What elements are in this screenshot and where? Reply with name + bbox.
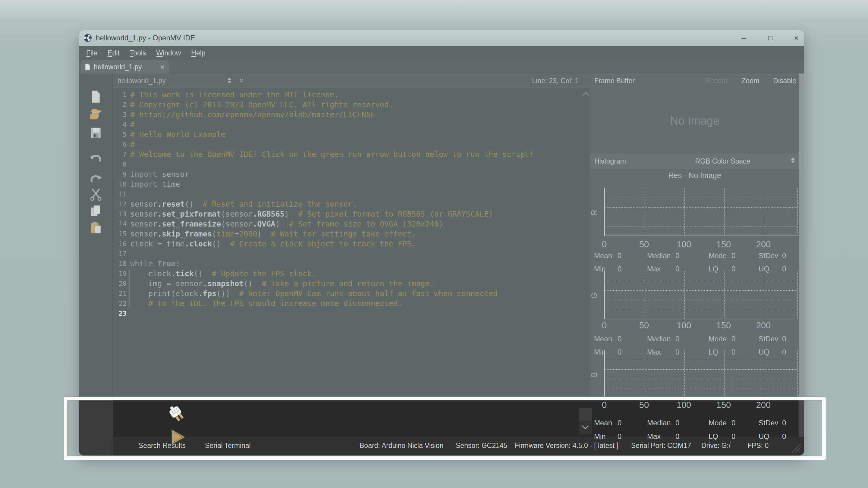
- open-file-selector[interactable]: helloworld_1.py: [118, 77, 166, 85]
- line-number: 18: [113, 259, 130, 269]
- gridline: [764, 271, 764, 319]
- code-line-12[interactable]: 12sensor.reset() # Reset and initialize …: [113, 199, 577, 209]
- line-number: 3: [113, 110, 130, 120]
- code-line-14[interactable]: 14sensor.set_framesize(sensor.QVGA) # Se…: [113, 219, 577, 229]
- code-token: # Set pixel format to RGB565 (or GRAYSCA…: [289, 209, 493, 219]
- code-line-2[interactable]: 2# Copyright (c) 2013-2023 OpenMV LLC. A…: [113, 100, 577, 110]
- stat-label-mode: Mode: [709, 335, 727, 343]
- connect-icon[interactable]: [166, 403, 187, 424]
- line-number: 10: [113, 179, 130, 189]
- code-token: sensor: [130, 229, 157, 239]
- code-line-5[interactable]: 5# Hello World Example: [113, 130, 577, 139]
- axis-tick: 100: [673, 239, 694, 250]
- code-line-6[interactable]: 6#: [113, 139, 577, 150]
- code-line-1[interactable]: 1# This work is licensed under the MIT l…: [113, 90, 577, 100]
- line-number: 4: [113, 120, 130, 130]
- channel-label-r: R: [590, 208, 598, 217]
- new-file-icon[interactable]: [89, 90, 103, 104]
- code-token: .reset: [157, 199, 184, 209]
- line-number: 23: [113, 308, 130, 318]
- minimize-button[interactable]: –: [735, 30, 753, 46]
- code-line-4[interactable]: 4#: [113, 120, 577, 130]
- stat-value-stdev: 0: [782, 252, 786, 260]
- axis-tick: 200: [753, 321, 774, 330]
- menu-item-tools[interactable]: Tools: [126, 48, 150, 59]
- code-token: (): [212, 239, 221, 249]
- gridline: [605, 290, 798, 291]
- maximize-button[interactable]: □: [761, 30, 779, 46]
- code-area[interactable]: 1# This work is licensed under the MIT l…: [113, 90, 577, 318]
- code-token: clock: [176, 289, 198, 298]
- code-line-13[interactable]: 13sensor.set_pixformat(sensor.RGB565) # …: [113, 209, 577, 219]
- code-token: # Create a clock object to track the FPS…: [221, 239, 416, 249]
- stat-value-mode: 0: [732, 419, 735, 427]
- histogram-bar: Histogram RGB Color Space: [590, 154, 799, 169]
- code-token: .set_pixformat: [157, 209, 221, 219]
- line-number: 8: [113, 159, 130, 169]
- color-space-spin-icon[interactable]: [791, 157, 795, 164]
- code-line-19[interactable]: 19 clock.tick() # Update the FPS clock.: [113, 269, 577, 279]
- menu-item-edit[interactable]: Edit: [104, 48, 123, 59]
- redo-icon[interactable]: [89, 171, 103, 185]
- histogram-plot-g: [604, 271, 798, 319]
- menu-item-window[interactable]: Window: [153, 48, 184, 59]
- title-bar[interactable]: helloworld_1.py - OpenMV IDE – □ ×: [79, 30, 804, 46]
- code-line-7[interactable]: 7# Welcome to the OpenMV IDE! Click on t…: [113, 150, 577, 159]
- save-file-icon[interactable]: [89, 126, 103, 140]
- code-line-20[interactable]: 20 img = sensor.snapshot() # Take a pict…: [113, 279, 577, 289]
- code-line-11[interactable]: 11: [113, 189, 577, 199]
- code-line-9[interactable]: 9import sensor: [113, 169, 577, 179]
- stat-label-mean: Mean: [594, 252, 612, 260]
- tab-close-icon[interactable]: ×: [160, 63, 164, 71]
- file-selector-spin-icon[interactable]: [227, 77, 231, 84]
- close-button[interactable]: ×: [787, 30, 804, 46]
- open-file-icon[interactable]: [89, 107, 103, 121]
- code-line-22[interactable]: 22 # to the IDE. The FPS should increase…: [113, 298, 577, 308]
- axis-tick: 0: [594, 400, 615, 410]
- menu-item-file[interactable]: File: [83, 48, 101, 59]
- color-space-selector[interactable]: RGB Color Space: [675, 157, 771, 165]
- gridline: [764, 350, 764, 398]
- stat-value-mode: 0: [732, 252, 735, 260]
- gridline: [605, 281, 798, 281]
- undo-icon[interactable]: [89, 151, 103, 164]
- code-token: [157, 169, 162, 179]
- code-line-23[interactable]: 23: [113, 308, 577, 318]
- code-line-10[interactable]: 10import time: [113, 179, 577, 189]
- code-token: sensor: [130, 219, 157, 229]
- code-line-21[interactable]: 21 print(clock.fps()) # Note: OpenMV Cam…: [113, 289, 577, 298]
- code-token: (): [194, 269, 203, 279]
- code-token: [157, 179, 162, 189]
- status-tab-serial-terminal[interactable]: Serial Terminal: [205, 442, 251, 450]
- axis-tick: 50: [633, 400, 655, 410]
- frame-buffer-actions: RecordZoomDisable: [705, 77, 796, 85]
- code-token: clock: [148, 269, 171, 279]
- window-title: helloworld_1.py - OpenMV IDE: [96, 34, 195, 42]
- code-token: import: [130, 169, 157, 179]
- code-line-16[interactable]: 16clock = time.clock() # Create a clock …: [113, 239, 577, 249]
- paste-icon[interactable]: [89, 221, 103, 235]
- line-number: 2: [113, 100, 130, 110]
- axis-tick: 150: [713, 400, 734, 410]
- tab-helloworld[interactable]: helloworld_1.py ×: [81, 60, 169, 73]
- code-token: [153, 259, 157, 269]
- code-line-18[interactable]: 18while True:: [113, 259, 577, 269]
- code-line-3[interactable]: 3# https://github.com/openmv/openmv/blob…: [113, 110, 577, 120]
- stat-value-median: 0: [675, 252, 679, 260]
- cut-icon[interactable]: [89, 187, 103, 201]
- code-line-15[interactable]: 15sensor.skip_frames(time=2000) # Wait f…: [113, 229, 577, 239]
- disable-button[interactable]: Disable: [773, 77, 796, 85]
- copy-icon[interactable]: [89, 204, 103, 218]
- code-line-17[interactable]: 17: [113, 249, 577, 259]
- line-number: 15: [113, 229, 130, 239]
- menu-item-help[interactable]: Help: [187, 48, 209, 59]
- stat-label-mode: Mode: [709, 419, 727, 427]
- zoom-button[interactable]: Zoom: [741, 77, 759, 85]
- code-token: True: [157, 259, 176, 269]
- run-script-icon[interactable]: [169, 428, 187, 447]
- code-token: ()): [216, 289, 230, 298]
- code-token: sensor: [225, 219, 253, 229]
- code-line-8[interactable]: 8: [113, 159, 577, 169]
- editor-close-icon[interactable]: ×: [239, 76, 244, 85]
- stat-value-max: 0: [675, 432, 679, 441]
